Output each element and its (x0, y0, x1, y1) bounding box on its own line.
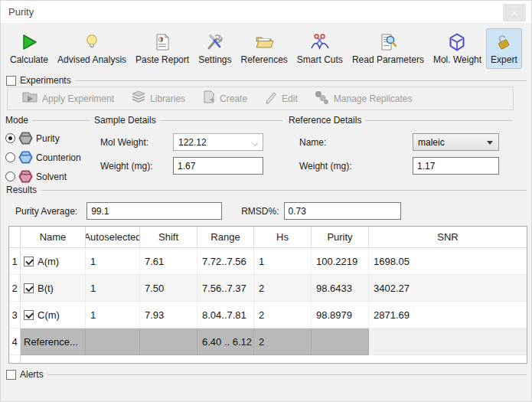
table-filler-cell (312, 355, 369, 363)
play-icon (18, 31, 40, 53)
table-cell-hs[interactable]: 1 (254, 248, 312, 275)
column-header-range[interactable]: Range (197, 227, 254, 248)
table-cell-range[interactable]: 6.40 .. 6.12 (197, 328, 254, 355)
table-cell-range[interactable]: 7.72..7.56 (197, 248, 254, 275)
row-number[interactable]: 3 (9, 302, 21, 328)
mol-weight-combobox[interactable]: 122.12 (173, 133, 263, 151)
lightbulb-icon (81, 31, 103, 53)
table-cell-shift[interactable] (140, 328, 197, 355)
table-cell-snr[interactable] (369, 328, 527, 355)
table-cell-autoselected[interactable]: 1 (86, 248, 140, 275)
solvent-radio[interactable] (5, 172, 15, 181)
solvent-radio-label: Solvent (36, 172, 67, 182)
main-toolbar: Calculate Advised Analysis (5, 28, 527, 74)
reference-name-field-label: Name: (289, 137, 413, 148)
rmsd-label: RMSD%: (232, 206, 279, 217)
table-cell-snr[interactable]: 1698.05 (369, 248, 527, 275)
apply-experiment-button[interactable]: Apply Experiment (15, 89, 125, 109)
row-number[interactable]: 1 (9, 248, 21, 275)
table-cell-name[interactable]: C(m) (21, 302, 86, 328)
table-cell-shift[interactable]: 7.93 (140, 302, 197, 328)
table-cell-snr[interactable]: 2871.69 (369, 302, 527, 328)
mol-weight-button[interactable]: Mol. Weight (429, 28, 486, 69)
table-filler-cell (86, 355, 140, 363)
calculate-button[interactable]: Calculate (5, 28, 53, 69)
mode-option-solvent[interactable]: Solvent (5, 170, 90, 183)
reference-name-combobox[interactable]: maleic (413, 133, 499, 151)
purity-average-input[interactable] (86, 202, 222, 220)
peak-enabled-checkbox[interactable] (24, 257, 34, 266)
reference-weight-field-label: Weight (mg): (289, 161, 413, 172)
read-parameters-button[interactable]: Read Parameters (348, 28, 429, 69)
table-cell-range[interactable]: 7.56..7.37 (197, 275, 254, 302)
table-cell-hs[interactable]: 2 (254, 302, 312, 328)
table-filler-cell (197, 355, 254, 363)
calculate-label: Calculate (10, 54, 48, 65)
peak-enabled-checkbox[interactable] (24, 283, 34, 293)
chevron-down-icon[interactable] (252, 139, 258, 145)
column-header-hs[interactable]: Hs (254, 227, 312, 248)
edit-button[interactable]: Edit (258, 88, 308, 109)
reference-weight-input[interactable] (413, 157, 499, 175)
experiments-checkbox[interactable] (6, 76, 16, 86)
column-header-autoselected[interactable]: Autoselected (86, 227, 140, 248)
table-cell-purity[interactable]: 98.6433 (312, 275, 369, 302)
create-button[interactable]: Create (196, 88, 258, 109)
table-cell-range[interactable]: 8.04..7.81 (197, 302, 254, 328)
references-button[interactable]: References (236, 28, 292, 69)
table-cell-name[interactable]: A(m) (21, 248, 86, 275)
libraries-button[interactable]: Libraries (125, 88, 196, 109)
row-number-header[interactable] (9, 227, 21, 248)
pencil-icon (264, 90, 278, 107)
rmsd-input[interactable] (284, 202, 401, 220)
counterion-radio[interactable] (5, 152, 15, 162)
mode-group: Mode Purity Counterion (5, 115, 90, 183)
smart-cuts-button[interactable]: Smart Cuts (292, 28, 348, 69)
padlock-icon (493, 31, 514, 53)
solvent-hexagon-icon (18, 170, 33, 183)
table-cell-autoselected[interactable] (86, 328, 140, 355)
table-cell-shift[interactable]: 7.61 (140, 248, 197, 275)
column-header-shift[interactable]: Shift (140, 227, 197, 248)
alerts-checkbox[interactable] (6, 370, 16, 380)
references-label: References (240, 54, 287, 65)
table-cell-name[interactable]: Reference... (21, 328, 86, 355)
table-filler-cell (9, 355, 21, 363)
purity-radio[interactable] (5, 133, 15, 143)
peak-enabled-checkbox[interactable] (24, 310, 34, 320)
paste-report-button[interactable]: Paste Report (131, 28, 194, 69)
settings-button[interactable]: Settings (194, 28, 236, 69)
alerts-rule (47, 374, 527, 375)
column-header-purity[interactable]: Purity (312, 227, 369, 248)
row-number[interactable]: 4 (9, 328, 21, 355)
column-header-name[interactable]: Name (21, 227, 86, 248)
manage-replicates-button[interactable]: Manage Replicates (308, 88, 423, 109)
mode-option-purity[interactable]: Purity (5, 132, 90, 145)
table-cell-hs[interactable]: 2 (254, 275, 312, 302)
expert-button[interactable]: Expert (486, 28, 522, 69)
close-button[interactable]: ✕ (503, 4, 526, 21)
counterion-hexagon-icon (18, 151, 33, 164)
results-group: Results Purity Average: RMSD%: (6, 185, 527, 220)
advised-analysis-button[interactable]: Advised Analysis (53, 28, 131, 69)
table-cell-snr[interactable]: 3402.27 (369, 275, 527, 302)
table-cell-purity[interactable] (312, 328, 369, 355)
table-cell-purity[interactable]: 98.8979 (312, 302, 369, 328)
table-cell-hs[interactable]: 2 (254, 328, 312, 355)
table-cell-shift[interactable]: 7.50 (140, 275, 197, 302)
row-number[interactable]: 2 (9, 275, 21, 302)
mol-weight-value: 122.12 (174, 137, 207, 148)
titlebar: Purity ✕ (1, 1, 531, 24)
table-cell-autoselected[interactable]: 1 (86, 302, 140, 328)
window-title: Purity (8, 6, 34, 18)
advised-analysis-label: Advised Analysis (57, 54, 126, 65)
column-header-snr[interactable]: SNR (369, 227, 527, 248)
peak-name: A(m) (38, 256, 59, 267)
table-cell-name[interactable]: B(t) (21, 275, 86, 302)
sample-weight-input[interactable] (173, 157, 263, 175)
mode-option-counterion[interactable]: Counterion (5, 151, 90, 164)
reference-name-value: maleic (413, 137, 445, 148)
reference-details-rule (365, 120, 512, 121)
table-cell-purity[interactable]: 100.2219 (312, 248, 369, 275)
table-cell-autoselected[interactable]: 1 (86, 275, 140, 302)
